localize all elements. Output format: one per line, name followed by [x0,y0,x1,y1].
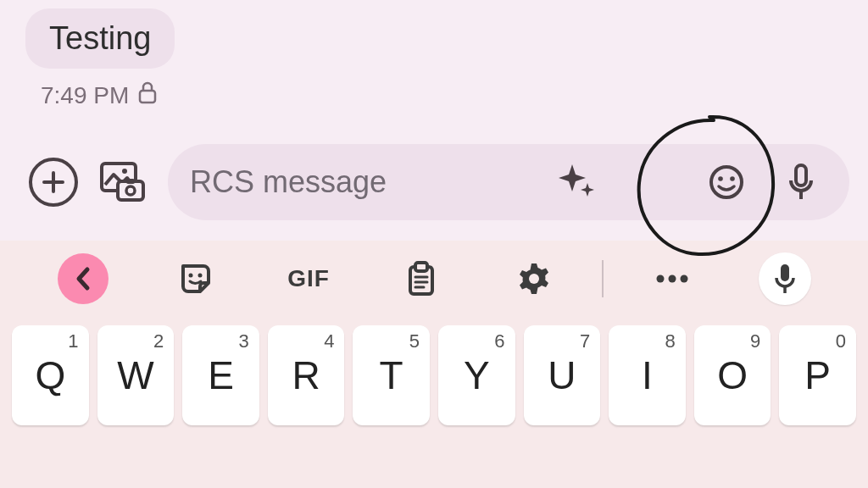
mic-icon[interactable] [775,156,827,208]
key-sup: 9 [750,330,760,352]
key-letter: O [717,352,748,398]
svg-point-14 [529,274,539,284]
message-time: 7:49 PM [41,82,129,109]
toolbar-divider [602,260,604,297]
message-text: Testing [49,20,151,56]
svg-point-17 [680,275,687,283]
key-w[interactable]: 2W [97,325,175,425]
message-input[interactable] [190,164,453,200]
key-sup: 1 [68,330,78,352]
sticker-button[interactable] [140,261,253,297]
add-button[interactable] [29,158,78,207]
clipboard-button[interactable] [365,260,478,297]
svg-point-7 [718,176,723,181]
svg-point-11 [198,274,203,278]
key-letter: R [292,352,320,398]
message-bubble[interactable]: Testing [25,8,175,69]
svg-point-16 [668,275,676,283]
key-y[interactable]: 6Y [438,325,515,425]
key-letter: W [117,352,153,398]
svg-rect-13 [415,263,427,271]
gallery-button[interactable] [97,156,149,208]
key-sup: 8 [665,330,676,352]
key-q[interactable]: 1Q [12,325,89,425]
svg-rect-0 [140,91,155,103]
svg-rect-5 [126,179,135,184]
key-i[interactable]: 8I [609,325,686,425]
svg-point-6 [711,167,742,197]
key-o[interactable]: 9O [694,325,771,425]
sparkle-icon[interactable] [550,156,603,208]
emoji-icon[interactable] [700,156,753,208]
lock-icon [137,80,158,110]
key-letter: I [642,352,653,398]
svg-point-8 [730,176,735,181]
message-meta: 7:49 PM [41,80,851,110]
svg-point-10 [189,274,193,278]
key-letter: E [208,352,234,398]
gif-button[interactable]: GIF [253,265,365,292]
settings-button[interactable] [477,260,590,297]
key-letter: T [380,352,403,398]
key-letter: Q [35,352,65,398]
compose-field[interactable] [168,144,849,220]
key-u[interactable]: 7U [524,325,601,425]
key-sup: 5 [409,330,420,352]
svg-rect-9 [796,165,806,186]
key-p[interactable]: 0P [779,325,856,425]
key-letter: U [548,352,576,398]
keyboard: GIF [0,241,868,488]
svg-point-15 [656,275,664,283]
more-button[interactable] [615,273,728,285]
key-sup: 4 [324,330,334,352]
key-e[interactable]: 3E [182,325,259,425]
key-t[interactable]: 5T [353,325,430,425]
svg-rect-18 [781,264,789,281]
keyboard-toolbar: GIF [0,241,868,317]
voice-input-button[interactable] [759,252,811,305]
keyboard-collapse-button[interactable] [58,253,108,304]
key-sup: 2 [153,330,164,352]
key-sup: 3 [239,330,249,352]
key-sup: 7 [580,330,590,352]
key-r[interactable]: 4R [268,325,345,425]
svg-rect-3 [118,181,143,200]
key-letter: Y [464,352,490,398]
key-letter: P [804,352,831,398]
svg-point-2 [122,169,127,174]
key-sup: 0 [836,330,846,352]
key-sup: 6 [494,330,504,352]
keyboard-row: 1Q2W3E4R5T6Y7U8I9O0P [0,317,868,439]
